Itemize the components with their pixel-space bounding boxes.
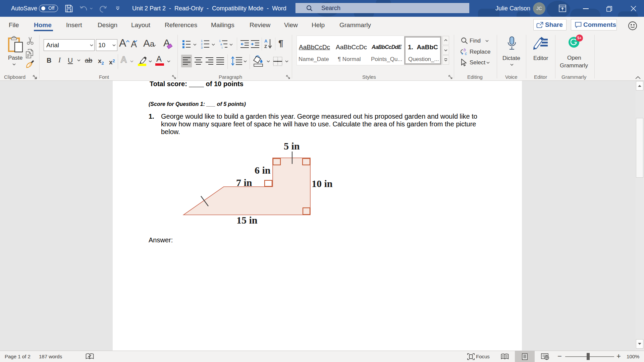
svg-text:1: 1 (219, 39, 221, 43)
svg-text:A: A (264, 39, 268, 44)
svg-text:c: c (465, 51, 467, 55)
svg-text:i: i (222, 46, 222, 49)
svg-text:1: 1 (201, 39, 203, 43)
svg-text:2: 2 (201, 43, 203, 46)
svg-text:a: a (220, 43, 222, 46)
svg-text:3: 3 (201, 46, 203, 49)
svg-text:Z: Z (264, 44, 267, 49)
